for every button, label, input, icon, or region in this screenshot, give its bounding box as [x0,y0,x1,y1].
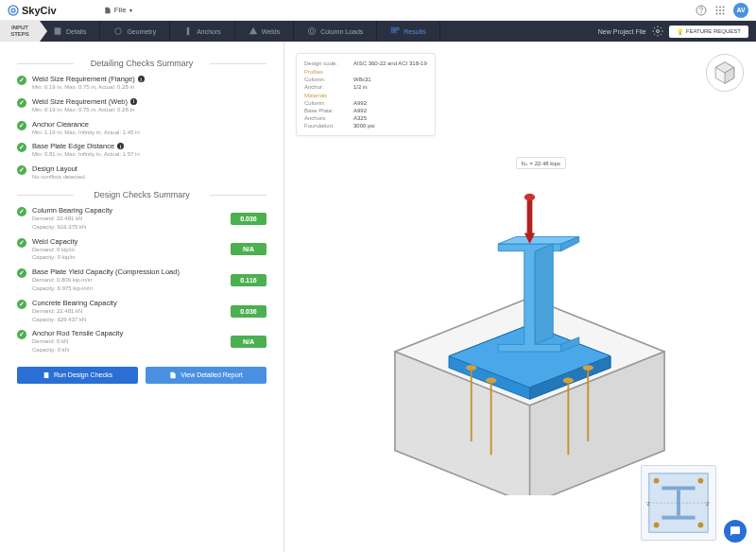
logo-icon [8,5,19,16]
file-label: File [114,6,127,14]
pass-icon [17,143,26,152]
base-plate-model [341,136,700,495]
svg-rect-19 [394,27,396,29]
svg-rect-37 [662,486,695,490]
run-design-checks-button[interactable]: Run Design Checks [17,367,138,384]
welds-icon [249,26,258,36]
svg-point-9 [723,9,725,11]
brand-text: SkyCiv [22,5,57,16]
check-subtitle: Min: 0.19 in, Max: 0.75 in, Actual: 0.28… [32,107,266,114]
info-icon[interactable]: i [138,76,145,82]
detailing-check-row: Anchor Clearance Min: 1.19 in, Max: Infi… [17,117,266,140]
gear-icon[interactable] [652,26,663,37]
document-icon [169,371,177,379]
nav-details[interactable]: Details [40,21,100,42]
svg-point-10 [716,12,718,14]
check-subtitle: No conflicts detected. [32,174,266,181]
svg-rect-24 [44,372,49,378]
svg-point-0 [9,6,18,15]
svg-point-42 [654,522,660,527]
svg-point-3 [701,12,702,13]
svg-rect-15 [187,27,190,35]
check-title: Weld Capacity [32,237,225,246]
check-demand: Demand: 0 kN [32,338,225,346]
info-icon[interactable]: i [130,98,137,105]
pass-icon [17,238,26,248]
check-subtitle: Min: 0.19 in, Max: 0.75 in, Actual: 0.28… [32,84,266,92]
check-demand: Demand: 0 kip/in [32,247,225,254]
svg-rect-20 [397,27,399,29]
loads-icon [307,26,317,36]
svg-point-23 [656,30,659,33]
svg-text:Z: Z [647,502,650,507]
check-capacity: Capacity: 629.437 kN [32,317,225,324]
results-icon [390,26,400,36]
check-title: Concrete Bearing Capacity [32,299,225,307]
avatar[interactable]: AV [733,3,748,18]
svg-point-17 [310,29,313,32]
chat-button[interactable] [724,520,747,543]
apps-icon[interactable] [714,5,726,16]
design-check-row: Weld Capacity Demand: 0 kip/in Capacity:… [17,234,266,266]
svg-point-4 [716,6,718,8]
detailing-check-row: Weld Size Requirement (Flange) i Min: 0.… [17,72,266,95]
check-demand: Demand: 22.481 kN [32,308,225,316]
feature-request-button[interactable]: 💡 FEATURE REQUEST [669,26,748,38]
viewport-panel[interactable]: Design code:AISC 360-22 and ACI 318-19 P… [284,42,756,552]
svg-point-11 [719,12,721,14]
svg-point-7 [716,9,718,11]
svg-point-16 [308,27,316,35]
svg-rect-22 [394,30,396,32]
ratio-badge: 0.036 [231,305,266,318]
nav-welds[interactable]: Welds [235,21,294,42]
results-panel: Detailing Checks Summary Weld Size Requi… [0,42,284,552]
bulb-icon: 💡 [677,28,683,35]
nav-column-loads[interactable]: Column Loads [294,21,377,42]
nav-input-steps[interactable]: INPUT STEPS [0,21,40,42]
calculator-icon [43,371,50,379]
check-subtitle: Min: 0.81 in, Max: Infinity in, Actual: … [32,151,266,159]
nav-anchors[interactable]: Anchors [170,21,235,42]
geometry-icon [113,26,123,36]
pass-icon [17,121,26,130]
ratio-badge: 0.036 [231,213,266,225]
check-capacity: Capacity: 0 kN [32,347,225,354]
svg-rect-34 [526,199,532,237]
pass-icon [17,268,26,278]
detailing-check-row: Base Plate Edge Distance i Min: 0.81 in,… [17,139,266,162]
design-check-row: Anchor Rod Tensile Capacity Demand: 0 kN… [17,326,266,357]
view-report-button[interactable]: View Detailed Report [146,367,266,384]
svg-point-14 [115,28,122,35]
svg-point-1 [11,9,15,12]
logo[interactable]: SkyCiv [8,5,57,16]
svg-point-8 [719,9,721,11]
nav-results[interactable]: Results [377,21,439,42]
svg-point-35 [524,194,534,201]
new-project-link[interactable]: New Project File [598,28,646,35]
nav-geometry[interactable]: Geometry [100,21,170,42]
pass-icon [17,98,26,108]
svg-rect-21 [392,30,394,32]
design-check-row: Column Bearing Capacity Demand: 22.481 k… [17,203,266,234]
svg-point-41 [697,478,703,484]
pass-icon [17,330,26,339]
details-icon [53,26,62,36]
ratio-badge: N/A [231,336,266,348]
svg-point-12 [723,12,725,14]
design-title: Design Checks Summary [17,190,266,199]
design-check-row: Base Plate Yield Capacity (Compression L… [17,265,266,296]
navbar: INPUT STEPS Details Geometry Anchors Wel… [0,21,756,42]
plan-view-minimap[interactable]: Z Z [641,465,716,541]
check-title: Base Plate Edge Distance i [32,142,266,150]
svg-text:Z: Z [706,502,709,507]
check-demand: Demand: 0.806 kip-in/in [32,277,225,285]
check-capacity: Capacity: 616.375 kN [32,224,225,232]
pass-icon [17,300,26,309]
info-icon[interactable]: i [117,143,124,149]
ratio-badge: N/A [231,243,266,255]
help-icon[interactable] [696,5,707,16]
file-menu[interactable]: File ▾ [104,6,132,15]
svg-point-40 [654,478,660,484]
ratio-badge: 0.116 [231,274,266,286]
check-title: Weld Size Requirement (Web) i [32,97,266,106]
